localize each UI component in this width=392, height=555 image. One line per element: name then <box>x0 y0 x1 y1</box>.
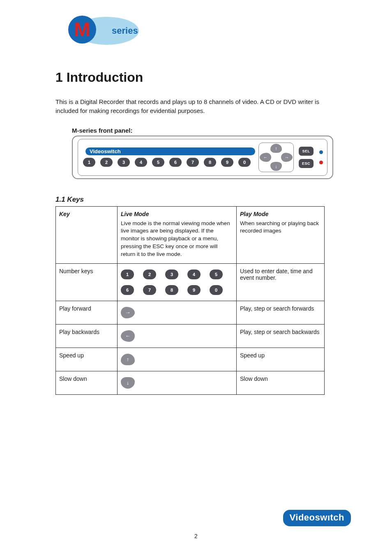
panel-sel-button[interactable]: SEL <box>299 147 314 156</box>
key-number-4[interactable]: 4 <box>187 269 201 279</box>
table-row: Play forward→Play, step or search forwar… <box>56 301 325 324</box>
arrow-right-icon[interactable]: → <box>281 153 293 162</box>
row-keys-cell: 1234567890 <box>118 263 237 301</box>
key-number-1[interactable]: 1 <box>121 269 134 279</box>
section-title: 1.1 Keys <box>55 196 353 204</box>
key-number-5[interactable]: 5 <box>210 269 223 279</box>
key-number-6[interactable]: 6 <box>121 285 134 295</box>
panel-led-2 <box>319 161 323 164</box>
th-key: Key <box>56 206 118 263</box>
panel-number-button-3[interactable]: 3 <box>118 158 130 167</box>
panel-number-button-4[interactable]: 4 <box>135 158 147 167</box>
key-number-3[interactable]: 3 <box>165 269 178 279</box>
panel-esc-button[interactable]: ESC <box>299 159 314 168</box>
panel-leds <box>319 150 323 164</box>
keys-table: Key Live Mode Live mode is the normal vi… <box>55 206 325 395</box>
panel-number-button-9[interactable]: 9 <box>221 158 233 167</box>
panel-number-button-8[interactable]: 8 <box>204 158 216 167</box>
key-arrow-down-icon[interactable]: ↓ <box>121 377 135 389</box>
panel-number-button-0[interactable]: 0 <box>238 158 251 167</box>
panel-number-button-6[interactable]: 6 <box>169 158 182 167</box>
table-row: Slow down↓Slow down <box>56 371 325 394</box>
th-live: Live Mode Live mode is the normal viewin… <box>118 206 237 263</box>
row-label: Speed up <box>56 348 118 371</box>
key-arrow-left-icon[interactable]: ← <box>121 330 135 342</box>
intro-paragraph: This is a Digital Recorder that records … <box>55 97 339 115</box>
row-keys-cell: ↓ <box>118 371 237 394</box>
page-title: 1 Introduction <box>55 70 353 85</box>
key-number-2[interactable]: 2 <box>143 269 156 279</box>
logo-word: series <box>112 25 138 36</box>
key-number-9[interactable]: 9 <box>187 285 201 295</box>
row-play-desc: Used to enter date, time and event numbe… <box>237 263 325 301</box>
row-label: Play forward <box>56 301 118 324</box>
arrow-up-icon[interactable]: ↑ <box>270 144 282 153</box>
row-play-desc: Play, step or search forwards <box>237 301 325 324</box>
row-play-desc: Slow down <box>237 371 325 394</box>
arrow-left-icon[interactable]: ← <box>260 153 271 162</box>
panel-number-row: 1234567890 <box>83 158 255 167</box>
series-logo: M series <box>62 12 353 49</box>
row-keys-cell: ↑ <box>118 348 237 371</box>
row-label: Slow down <box>56 371 118 394</box>
key-arrow-up-icon[interactable]: ↑ <box>121 354 135 365</box>
panel-dpad: ↑ ↓ ← → <box>258 143 294 172</box>
key-arrow-right-icon[interactable]: → <box>121 307 135 318</box>
logo-letter: M <box>74 18 90 40</box>
row-label: Play backwards <box>56 324 118 348</box>
panel-caption: M-series front panel: <box>72 127 353 134</box>
key-number-7[interactable]: 7 <box>143 285 156 295</box>
row-play-desc: Speed up <box>237 348 325 371</box>
key-number-0[interactable]: 0 <box>210 285 223 295</box>
row-label: Number keys <box>56 263 118 301</box>
panel-brand-badge: Videoswitch <box>85 147 255 155</box>
panel-number-button-5[interactable]: 5 <box>152 158 164 167</box>
table-row: Speed up↑Speed up <box>56 348 325 371</box>
panel-side-buttons: SELESC <box>299 147 314 168</box>
device-front-panel: Videoswitch 1234567890 ↑ ↓ ← → SELESC <box>72 136 333 179</box>
key-number-8[interactable]: 8 <box>165 285 178 295</box>
panel-number-button-2[interactable]: 2 <box>100 158 113 167</box>
panel-number-button-1[interactable]: 1 <box>83 158 95 167</box>
row-keys-cell: ← <box>118 324 237 348</box>
th-play: Play Mode When searching or playing back… <box>237 206 325 263</box>
row-play-desc: Play, step or search backwards <box>237 324 325 348</box>
row-keys-cell: → <box>118 301 237 324</box>
panel-number-button-7[interactable]: 7 <box>187 158 199 167</box>
table-row: Play backwards←Play, step or search back… <box>56 324 325 348</box>
footer-logo: Videoswıtch <box>283 510 351 526</box>
panel-led-1 <box>319 150 323 154</box>
arrow-down-icon[interactable]: ↓ <box>270 162 282 171</box>
page-number: 2 <box>194 533 198 539</box>
table-row: Number keys1234567890Used to enter date,… <box>56 263 325 301</box>
